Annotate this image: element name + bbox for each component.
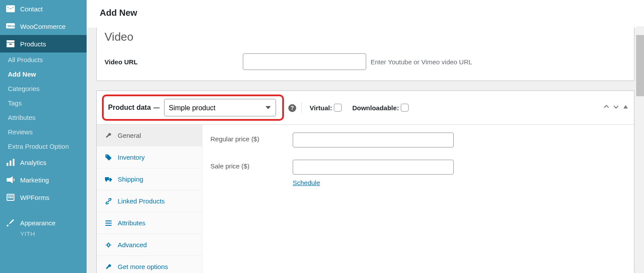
tab-inventory[interactable]: Inventory: [97, 147, 202, 168]
svg-rect-13: [105, 225, 112, 226]
sidebar-label: Products: [20, 40, 46, 48]
sidebar-item-analytics[interactable]: Analytics: [0, 154, 87, 171]
brush-icon: [6, 218, 15, 227]
panel-up-icon[interactable]: [603, 104, 609, 112]
sidebar-item-contact[interactable]: Contact: [0, 0, 87, 18]
virtual-label: Virtual:: [310, 104, 332, 112]
regular-price-label: Regular price ($): [210, 133, 293, 143]
svg-point-14: [107, 244, 110, 246]
downloadable-label: Downloadable:: [352, 104, 399, 112]
sidebar-sub-categories[interactable]: Categories: [0, 81, 87, 96]
product-data-tabs: General Inventory Shipping: [97, 125, 203, 273]
tab-label: Shipping: [118, 175, 143, 183]
svg-rect-9: [8, 196, 13, 196]
sidebar-sub-add-new[interactable]: Add New: [0, 67, 87, 81]
link-icon: [105, 198, 112, 204]
product-data-fields: Regular price ($) Sale price ($) Schedul…: [203, 125, 634, 273]
megaphone-icon: [6, 175, 15, 184]
tag-icon: [105, 154, 112, 161]
product-data-panel: Product data — Simple product ? Virtual:…: [96, 91, 634, 273]
product-type-select[interactable]: Simple product: [164, 99, 276, 116]
sidebar-item-products[interactable]: Products: [0, 35, 87, 52]
product-data-type-highlight: Product data — Simple product: [102, 94, 284, 121]
virtual-checkbox[interactable]: [334, 104, 342, 112]
video-url-hint: Enter Youtube or Vimeo video URL: [371, 58, 472, 66]
tab-label: Linked Products: [118, 197, 165, 205]
video-url-input[interactable]: [243, 53, 366, 70]
admin-sidebar: Contact Woo WooCommerce Products All Pro…: [0, 0, 87, 273]
tab-advanced[interactable]: Advanced: [97, 234, 202, 256]
page-title: Add New: [87, 0, 644, 28]
panel-down-icon[interactable]: [613, 104, 619, 112]
product-data-header: Product data — Simple product ? Virtual:…: [97, 91, 634, 125]
svg-rect-3: [7, 43, 14, 47]
tab-general[interactable]: General: [97, 125, 202, 147]
panel-toggle-icon[interactable]: [623, 104, 629, 112]
svg-rect-12: [105, 223, 112, 224]
tab-label: General: [118, 132, 141, 139]
sidebar-item-appearance[interactable]: Appearance: [0, 214, 87, 231]
sidebar-sub-tags[interactable]: Tags: [0, 96, 87, 110]
video-url-label: Video URL: [105, 58, 238, 66]
help-icon[interactable]: ?: [288, 104, 296, 112]
product-data-dash: —: [154, 104, 160, 111]
sidebar-label: YITH: [20, 231, 35, 236]
svg-rect-4: [9, 44, 12, 45]
sidebar-item-yith[interactable]: YITH: [0, 231, 87, 236]
video-panel: Video Video URL Enter Youtube or Vimeo v…: [96, 28, 634, 81]
sidebar-item-woocommerce[interactable]: Woo WooCommerce: [0, 18, 87, 35]
sidebar-label: WPForms: [20, 194, 49, 201]
sidebar-item-wpforms[interactable]: WPForms: [0, 189, 87, 206]
sidebar-item-marketing[interactable]: Marketing: [0, 171, 87, 189]
schedule-link[interactable]: Schedule: [293, 179, 454, 186]
video-section-title: Video: [105, 28, 626, 53]
wrench-icon: [105, 133, 112, 139]
scrollbar-thumb[interactable]: [636, 35, 644, 96]
sidebar-label: Appearance: [20, 219, 56, 227]
downloadable-checkbox[interactable]: [401, 104, 409, 112]
sidebar-sub-reviews[interactable]: Reviews: [0, 125, 87, 139]
sidebar-sub-extra-option[interactable]: Extra Product Option: [0, 139, 87, 154]
tab-label: Attributes: [118, 219, 145, 227]
sidebar-sub-attributes[interactable]: Attributes: [0, 110, 87, 125]
yith-icon: [6, 231, 15, 236]
woo-icon: Woo: [6, 22, 15, 31]
wrench-icon: [105, 264, 112, 270]
sidebar-label: Analytics: [20, 159, 46, 166]
svg-rect-2: [7, 40, 14, 42]
gear-icon: [105, 242, 112, 248]
tab-label: Get more options: [118, 263, 168, 270]
svg-rect-11: [105, 220, 112, 221]
svg-text:Woo: Woo: [7, 24, 15, 28]
bars-icon: [6, 158, 15, 167]
forms-icon: [6, 193, 15, 202]
tab-get-more-options[interactable]: Get more options: [97, 256, 202, 273]
product-data-title: Product data: [108, 104, 151, 112]
regular-price-input[interactable]: [293, 133, 454, 147]
sale-price-input[interactable]: [293, 160, 454, 175]
list-icon: [105, 220, 112, 226]
main-content: Add New Video Video URL Enter Youtube or…: [87, 0, 644, 273]
tab-shipping[interactable]: Shipping: [97, 168, 202, 190]
svg-rect-5: [7, 163, 8, 166]
svg-rect-10: [8, 197, 13, 198]
svg-rect-7: [13, 159, 14, 166]
archive-icon: [6, 39, 15, 48]
tab-label: Advanced: [118, 241, 147, 248]
sidebar-label: Contact: [20, 5, 43, 13]
tab-linked-products[interactable]: Linked Products: [97, 190, 202, 212]
divider: [301, 102, 302, 113]
page-scrollbar[interactable]: [636, 26, 644, 271]
truck-icon: [105, 177, 112, 182]
sidebar-sub-all-products[interactable]: All Products: [0, 52, 87, 67]
tab-label: Inventory: [118, 154, 145, 161]
sidebar-label: WooCommerce: [20, 23, 66, 30]
sale-price-label: Sale price ($): [210, 160, 293, 170]
sidebar-label: Marketing: [20, 176, 49, 184]
envelope-icon: [6, 4, 15, 13]
sidebar-submenu-products: All Products Add New Categories Tags Att…: [0, 52, 87, 154]
tab-attributes[interactable]: Attributes: [97, 212, 202, 234]
svg-rect-6: [10, 161, 11, 166]
